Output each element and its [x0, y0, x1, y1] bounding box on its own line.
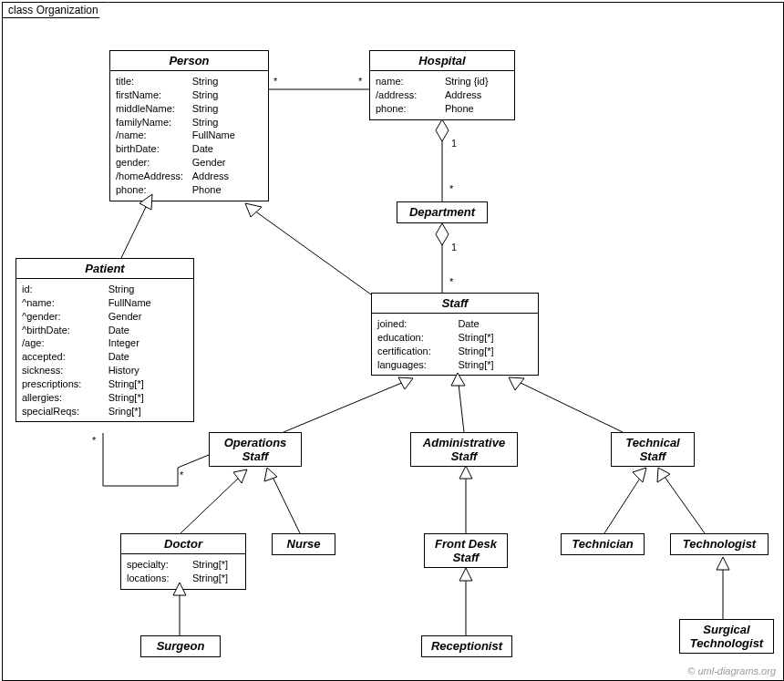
attr-row: familyName:String [116, 116, 263, 129]
attr-row: /homeAddress:Address [116, 170, 263, 183]
class-person-body: title:StringfirstName:StringmiddleName:S… [110, 71, 268, 201]
attr-row: specialReqs:Sring[*] [22, 405, 188, 418]
attr-row: name:String {id} [376, 75, 509, 88]
class-surgeon: Surgeon [140, 635, 221, 657]
class-staff-body: joined:Dateeducation:String[*]certificat… [372, 314, 538, 375]
class-hospital-body: name:String {id}/address:Addressphone:Ph… [370, 71, 514, 119]
mult-patient-ops-left: * [92, 435, 96, 446]
class-operations-staff: Operations Staff [209, 432, 302, 467]
svg-line-16 [181, 477, 240, 533]
class-patient-title: Patient [16, 259, 193, 279]
class-surgical-technologist: Surgical Technologist [679, 619, 774, 654]
class-technician: Technician [561, 533, 645, 555]
svg-line-22 [604, 477, 641, 533]
class-nurse: Nurse [272, 533, 335, 555]
class-front-desk-staff: Front Desk Staff [424, 533, 508, 568]
class-nurse-title: Nurse [273, 534, 335, 553]
attr-row: title:String [116, 75, 263, 88]
svg-marker-23 [633, 468, 646, 482]
class-person-title: Person [110, 51, 268, 71]
class-technologist-title: Technologist [671, 534, 768, 553]
attr-row: languages:String[*] [377, 358, 532, 372]
svg-marker-25 [657, 468, 670, 482]
attr-row: phone:Phone [376, 102, 509, 116]
svg-line-9 [178, 455, 209, 468]
svg-line-10 [284, 382, 404, 432]
frame-title: class Organization [2, 2, 108, 18]
class-hospital-title: Hospital [370, 51, 514, 71]
class-administrative-staff: Administrative Staff [410, 432, 518, 467]
svg-marker-21 [459, 466, 472, 479]
attr-row: specialty:String[*] [127, 558, 240, 572]
svg-marker-19 [264, 468, 277, 481]
class-patient-body: id:String^name:FullName^gender:Gender^bi… [16, 279, 193, 421]
class-technical-staff-title: Technical Staff [612, 433, 694, 466]
mult-patient-ops-right: * [180, 469, 183, 480]
svg-marker-4 [436, 223, 449, 245]
attr-row: joined:Date [377, 317, 532, 331]
svg-line-5 [121, 205, 147, 258]
attr-row: /address:Address [376, 88, 509, 102]
diagram-frame: class Organization Person title:Stringfi… [2, 2, 784, 681]
class-doctor-title: Doctor [121, 534, 245, 554]
class-operations-staff-title: Operations Staff [210, 433, 301, 466]
class-department-title: Department [397, 202, 487, 222]
class-technician-title: Technician [562, 534, 644, 553]
mult-person-hospital-left: * [273, 76, 277, 87]
attr-row: ^name:FullName [22, 296, 188, 310]
class-technologist: Technologist [670, 533, 769, 555]
class-receptionist: Receptionist [421, 635, 512, 657]
watermark: © uml-diagrams.org [687, 666, 776, 676]
mult-hospital-dept-1: 1 [451, 138, 457, 149]
attr-row: /age:Integer [22, 336, 188, 350]
class-front-desk-staff-title: Front Desk Staff [425, 534, 507, 567]
attr-row: accepted:Date [22, 350, 188, 364]
attr-row: middleName:String [116, 102, 263, 116]
svg-marker-31 [717, 557, 729, 570]
svg-line-14 [519, 382, 623, 432]
attr-row: gender:Gender [116, 156, 263, 170]
class-department: Department [397, 201, 488, 223]
class-receptionist-title: Receptionist [422, 636, 511, 655]
svg-line-7 [254, 211, 371, 294]
class-hospital: Hospital name:String {id}/address:Addres… [369, 50, 515, 120]
class-staff-title: Staff [372, 294, 538, 314]
attr-row: id:String [22, 283, 188, 296]
class-patient: Patient id:String^name:FullName^gender:G… [15, 258, 194, 422]
mult-hospital-dept-star: * [449, 183, 453, 194]
svg-marker-15 [509, 377, 524, 390]
attr-row: sickness:History [22, 364, 188, 377]
attr-row: locations:String[*] [127, 572, 240, 585]
svg-line-12 [459, 384, 464, 432]
attr-row: /name:FullName [116, 129, 263, 142]
class-surgical-technologist-title: Surgical Technologist [680, 620, 773, 653]
svg-marker-17 [233, 469, 247, 483]
svg-marker-2 [436, 119, 449, 141]
svg-line-24 [665, 477, 705, 533]
class-person: Person title:StringfirstName:Stringmiddl… [109, 50, 269, 201]
attr-row: ^gender:Gender [22, 310, 188, 324]
svg-marker-29 [459, 568, 472, 581]
attr-row: certification:String[*] [377, 345, 532, 358]
attr-row: birthDate:Date [116, 142, 263, 156]
class-administrative-staff-title: Administrative Staff [411, 433, 517, 466]
svg-marker-11 [398, 377, 413, 389]
class-doctor-body: specialty:String[*]locations:String[*] [121, 554, 245, 589]
attr-row: phone:Phone [116, 183, 263, 197]
class-surgeon-title: Surgeon [141, 636, 220, 655]
class-doctor: Doctor specialty:String[*]locations:Stri… [120, 533, 246, 590]
mult-person-hospital-right: * [358, 76, 362, 87]
svg-marker-8 [245, 203, 262, 217]
attr-row: ^birthDate:Date [22, 324, 188, 337]
attr-row: prescriptions:String[*] [22, 377, 188, 391]
class-staff: Staff joined:Dateeducation:String[*]cert… [371, 293, 539, 376]
class-technical-staff: Technical Staff [611, 432, 695, 467]
attr-row: firstName:String [116, 88, 263, 102]
mult-dept-staff-star: * [449, 276, 453, 287]
attr-row: education:String[*] [377, 331, 532, 345]
svg-line-18 [273, 477, 300, 533]
attr-row: allergies:String[*] [22, 391, 188, 405]
mult-dept-staff-1: 1 [451, 242, 457, 253]
